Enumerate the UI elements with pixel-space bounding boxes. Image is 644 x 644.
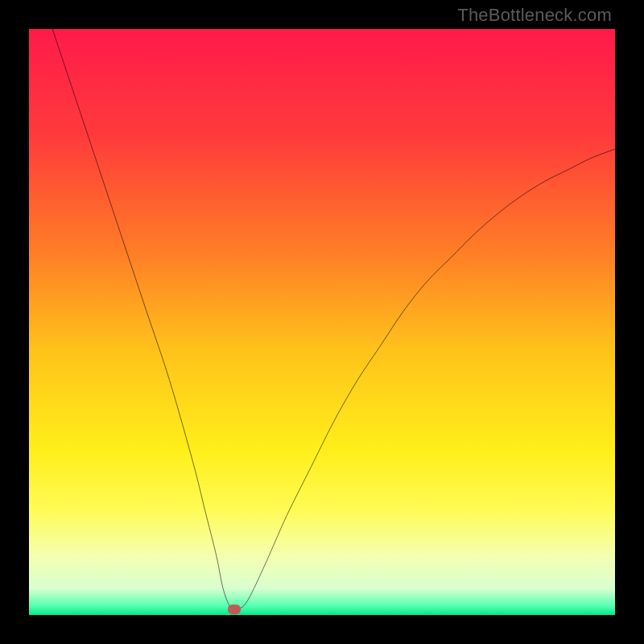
optimal-point-marker [228, 605, 241, 614]
bottleneck-curve [29, 29, 615, 615]
chart-frame: TheBottleneck.com [0, 0, 644, 644]
plot-area [29, 29, 615, 615]
watermark-text: TheBottleneck.com [457, 5, 612, 26]
